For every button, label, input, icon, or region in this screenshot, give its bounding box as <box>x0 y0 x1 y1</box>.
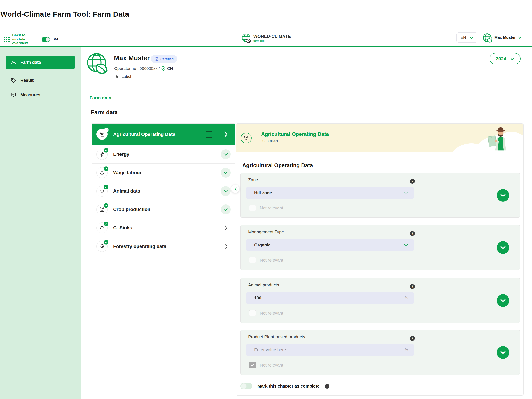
version-toggle[interactable] <box>42 37 50 42</box>
sprout-icon <box>241 133 252 143</box>
chapter-row-wage-labour[interactable]: Wage labour <box>92 164 235 182</box>
not-relevant-label: Not relevant <box>260 206 283 210</box>
completed-check-icon <box>104 203 108 208</box>
expand-field-button[interactable] <box>497 294 509 307</box>
expand-field-button[interactable] <box>497 189 509 202</box>
sidebar-item-farm-data[interactable]: Farm data <box>6 56 75 69</box>
info-icon[interactable]: i <box>410 336 415 341</box>
expand-field-button[interactable] <box>497 241 509 254</box>
field-label: Animal products <box>248 283 279 288</box>
presentation-icon <box>10 92 16 98</box>
toggle-knob <box>241 383 247 389</box>
chapter-checkbox[interactable] <box>206 131 212 138</box>
animal-products-input-wrap: % <box>247 292 414 304</box>
info-icon[interactable]: i <box>410 179 415 184</box>
management-type-select[interactable]: Organic <box>247 239 414 251</box>
scrollbar[interactable] <box>527 47 527 397</box>
year-value: 2024 <box>496 56 507 62</box>
info-icon[interactable]: i <box>410 284 415 289</box>
chapter-row-energy[interactable]: Energy <box>92 145 235 164</box>
mountains-icon <box>10 59 16 66</box>
completed-check-icon <box>104 222 108 226</box>
chevron-left-icon <box>234 187 237 191</box>
label-text: Label <box>122 74 131 79</box>
expand-chevron-button[interactable] <box>221 204 231 215</box>
certified-icon <box>154 57 158 61</box>
mark-complete-toggle[interactable] <box>240 383 252 389</box>
sheep-icon <box>96 222 108 234</box>
collapse-panel-button[interactable] <box>231 184 240 193</box>
chapter-label: Animal data <box>113 188 140 194</box>
expand-chevron-button[interactable] <box>221 149 231 159</box>
field-card-animal-products: Animal products i % Not relevant <box>240 278 520 323</box>
chapter-label: Forestry operating data <box>113 244 166 249</box>
chevron-down-icon <box>404 244 408 246</box>
chevron-right-icon[interactable] <box>224 131 228 137</box>
sidebar-item-label: Farm data <box>20 60 41 65</box>
chevron-down-icon <box>469 36 473 39</box>
mark-complete-label: Mark this chapter as complete <box>257 384 320 389</box>
info-icon[interactable]: i <box>325 384 329 389</box>
tree-icon <box>96 241 108 252</box>
logo-subtitle: farm tool <box>253 39 291 42</box>
not-relevant-checkbox[interactable] <box>249 257 256 263</box>
tab-farm-data[interactable]: Farm data <box>82 93 121 103</box>
chapter-label: Agricultural Operating Data <box>113 132 175 137</box>
expand-chevron-button[interactable] <box>221 186 231 196</box>
not-relevant-checkbox[interactable] <box>249 310 256 316</box>
globe-leaf-logo-icon <box>241 33 251 43</box>
plant-based-products-input[interactable] <box>254 348 405 353</box>
world-climate-farm-tool-app: World-Climate Farm Tool: Farm Data Back … <box>0 0 532 399</box>
chevron-right-icon[interactable] <box>225 244 228 249</box>
animal-products-input[interactable] <box>254 296 405 301</box>
language-selector[interactable]: EN <box>456 32 477 43</box>
logo-title: WORLD-CLIMATE <box>253 34 291 39</box>
certified-label: Certified <box>160 57 173 61</box>
crop-icon <box>96 204 108 215</box>
label-tag-icon <box>115 75 119 79</box>
sidebar-item-label: Result <box>20 78 33 83</box>
certified-badge: Certified <box>151 55 177 63</box>
farm-avatar <box>86 52 108 74</box>
not-relevant-checkbox[interactable] <box>249 205 256 211</box>
info-icon[interactable]: i <box>410 231 415 236</box>
profile-name: Max Muster <box>114 54 150 62</box>
chevron-down-icon <box>518 36 522 39</box>
field-label: Product Plant-based products <box>248 335 305 340</box>
module-grid-icon[interactable] <box>4 37 10 42</box>
chapter-row-crop-production[interactable]: Crop production <box>92 200 235 219</box>
banner-title: Agricultural Operating Data <box>261 131 329 137</box>
not-relevant-checkbox[interactable] <box>249 362 256 368</box>
chapter-banner: Agricultural Operating Data 3 / 3 filled <box>236 124 523 152</box>
chapter-row-agricultural-operating-data[interactable]: Agricultural Operating Data <box>92 124 235 145</box>
zone-select[interactable]: Hill zone <box>247 187 414 199</box>
hand-icon <box>96 167 108 178</box>
expand-chevron-button[interactable] <box>221 168 231 178</box>
chevron-down-icon <box>404 191 408 194</box>
world-climate-logo: WORLD-CLIMATE farm tool <box>241 33 291 43</box>
back-to-module-overview-link[interactable]: Back to module overview <box>12 33 38 45</box>
banner-progress: 3 / 3 filled <box>261 139 278 143</box>
not-relevant-label: Not relevant <box>260 258 283 263</box>
chapter-row-animal-data[interactable]: Animal data <box>92 182 235 200</box>
sidebar-item-label: Measures <box>20 92 40 97</box>
chapter-row-forestry-operating-data[interactable]: Forestry operating data <box>92 237 235 256</box>
cow-icon <box>96 186 108 197</box>
chapter-row-c-sinks[interactable]: C -Sinks <box>92 219 235 237</box>
chevron-right-icon[interactable] <box>225 225 228 231</box>
sidebar: Farm data Result Measures <box>0 46 81 399</box>
user-menu[interactable]: Max Muster <box>482 33 522 43</box>
field-label: Management Type <box>248 230 284 234</box>
operator-number: Operator no : 000000xx / CH <box>114 66 173 71</box>
form-title: Agricultural Operating Data <box>242 162 313 169</box>
language-value: EN <box>461 35 466 40</box>
sidebar-item-result[interactable]: Result <box>6 74 75 87</box>
year-selector[interactable]: 2024 <box>490 53 520 64</box>
not-relevant-label: Not relevant <box>260 311 283 316</box>
page-title: World-Climate Farm Tool: Farm Data <box>0 10 129 18</box>
field-label: Zone <box>248 177 258 182</box>
operator-text: Operator no : 000000xx / <box>114 66 160 71</box>
tab-divider <box>82 104 527 104</box>
sidebar-item-measures[interactable]: Measures <box>6 88 75 101</box>
expand-field-button[interactable] <box>497 346 509 359</box>
